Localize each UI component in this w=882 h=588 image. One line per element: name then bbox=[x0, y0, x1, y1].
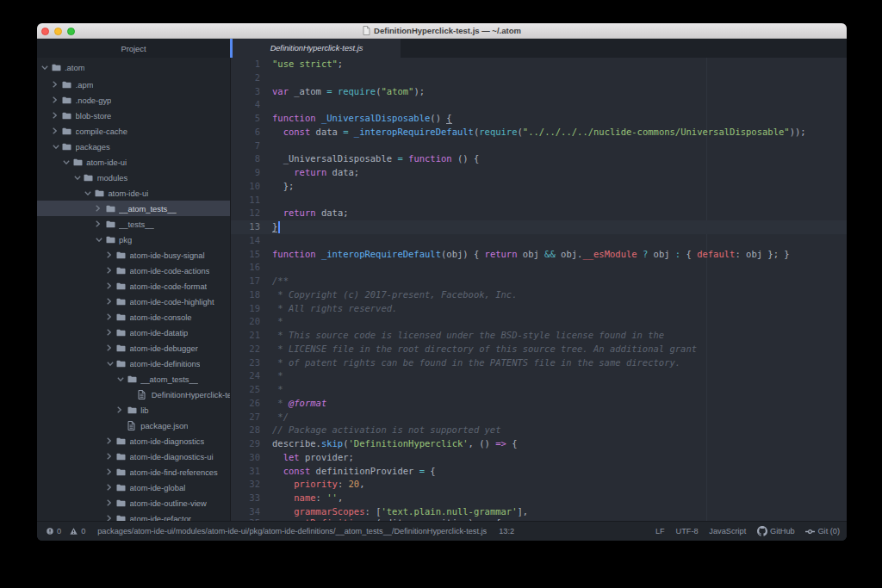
tree-item-pkg[interactable]: pkg bbox=[37, 232, 230, 247]
error-icon[interactable] bbox=[47, 528, 53, 535]
close-button[interactable] bbox=[41, 28, 49, 35]
tree-item-atom-ide-definitions[interactable]: atom-ide-definitions bbox=[37, 356, 230, 371]
warning-count[interactable]: 0 bbox=[81, 527, 85, 535]
chevron-down-icon[interactable] bbox=[63, 160, 70, 164]
cursor-position[interactable]: 13:2 bbox=[499, 527, 514, 535]
chevron-right[interactable] bbox=[107, 468, 117, 475]
tree-item-atom-ide-code-highlight[interactable]: atom-ide-code-highlight bbox=[37, 294, 230, 309]
tree-item-lib[interactable]: lib bbox=[37, 402, 230, 418]
code-line-12[interactable]: 12 return data; bbox=[231, 207, 847, 220]
tree-item--atom-tests-[interactable]: __atom_tests__ bbox=[37, 201, 230, 216]
minimize-button[interactable] bbox=[54, 28, 62, 35]
line-number[interactable]: 6 bbox=[231, 126, 272, 139]
tree-item-package-json[interactable]: package.json bbox=[37, 418, 230, 433]
chevron-down[interactable] bbox=[107, 362, 117, 366]
tree-item-modules[interactable]: modules bbox=[37, 170, 230, 185]
line-number[interactable]: 30 bbox=[231, 451, 272, 465]
line-number[interactable]: 26 bbox=[231, 397, 272, 411]
code-line-3[interactable]: 3var _atom = require("atom"); bbox=[231, 85, 847, 99]
chevron-right-icon[interactable] bbox=[53, 112, 57, 119]
code-line-26[interactable]: 26 * @format bbox=[231, 397, 847, 411]
code-line-7[interactable]: 7 bbox=[231, 139, 847, 153]
code-line-18[interactable]: 18 * Copyright (c) 2017-present, Faceboo… bbox=[231, 288, 847, 302]
code-line-32[interactable]: 32 priority: 20, bbox=[231, 478, 847, 492]
code-line-28[interactable]: 28// Package activation is not supported… bbox=[231, 424, 847, 437]
chevron-right[interactable] bbox=[107, 267, 117, 274]
file-tree[interactable]: .atom.apm.node-gypblob-storecompile-cach… bbox=[37, 58, 230, 521]
code-line-22[interactable]: 22 * LICENSE file in the root directory … bbox=[231, 343, 847, 356]
chevron-right-icon[interactable] bbox=[53, 127, 57, 134]
line-number[interactable]: 22 bbox=[231, 343, 272, 356]
chevron-right[interactable] bbox=[107, 282, 117, 289]
chevron-down-icon[interactable] bbox=[53, 145, 59, 149]
chevron-right-icon[interactable] bbox=[107, 298, 111, 305]
code-line-15[interactable]: 15function _interopRequireDefault(obj) {… bbox=[231, 248, 847, 262]
chevron-right[interactable] bbox=[107, 251, 117, 258]
code-line-35[interactable]: 35 getDefinition: (editor, position) => … bbox=[231, 517, 847, 522]
line-number[interactable]: 17 bbox=[231, 275, 272, 288]
chevron-right-icon[interactable] bbox=[107, 344, 111, 351]
tree-item-atom-ide-ui[interactable]: atom-ide-ui bbox=[37, 185, 230, 201]
line-number[interactable]: 33 bbox=[231, 492, 272, 505]
zoom-button[interactable] bbox=[67, 28, 75, 35]
tree-item-atom-ide-busy-signal[interactable]: atom-ide-busy-signal bbox=[37, 247, 230, 263]
chevron-right[interactable] bbox=[107, 313, 117, 320]
tree-item-atom-ide-ui[interactable]: atom-ide-ui bbox=[37, 154, 230, 170]
code-line-2[interactable]: 2 bbox=[231, 71, 847, 85]
code-line-21[interactable]: 21 * This source code is licensed under … bbox=[231, 329, 847, 343]
chevron-down-icon[interactable] bbox=[84, 191, 91, 195]
code-line-24[interactable]: 24 * bbox=[231, 369, 847, 383]
line-number[interactable]: 27 bbox=[231, 411, 272, 424]
code-line-33[interactable]: 33 name: '', bbox=[231, 492, 847, 505]
chevron-right[interactable] bbox=[107, 329, 117, 336]
code-line-27[interactable]: 27 */ bbox=[231, 411, 847, 424]
tree-item--atom-tests-[interactable]: __atom_tests__ bbox=[37, 371, 230, 387]
chevron-right-icon[interactable] bbox=[107, 515, 111, 521]
chevron-right-icon[interactable] bbox=[107, 282, 111, 289]
tree-item-atom-ide-console[interactable]: atom-ide-console bbox=[37, 309, 230, 325]
line-number[interactable]: 16 bbox=[231, 261, 272, 275]
tree-item-atom-ide-diagnostics-ui[interactable]: atom-ide-diagnostics-ui bbox=[37, 449, 230, 464]
chevron-down[interactable] bbox=[41, 65, 52, 70]
line-number[interactable]: 5 bbox=[231, 112, 272, 126]
code-line-13[interactable]: 13} bbox=[231, 220, 847, 234]
grammar-indicator[interactable]: JavaScript bbox=[709, 527, 746, 535]
line-number[interactable]: 9 bbox=[231, 166, 272, 180]
chevron-down[interactable] bbox=[117, 377, 127, 381]
chevron-right-icon[interactable] bbox=[53, 96, 57, 103]
code-line-19[interactable]: 19 * All rights reserved. bbox=[231, 302, 847, 316]
chevron-right-icon[interactable] bbox=[107, 329, 111, 336]
tree-item-atom-ide-code-format[interactable]: atom-ide-code-format bbox=[37, 278, 230, 294]
code-line-29[interactable]: 29describe.skip('DefinitionHyperclick', … bbox=[231, 437, 847, 451]
chevron-right-icon[interactable] bbox=[107, 453, 111, 460]
code-line-1[interactable]: 1"use strict"; bbox=[231, 58, 847, 71]
chevron-right[interactable] bbox=[53, 96, 63, 103]
line-number[interactable]: 12 bbox=[231, 207, 272, 220]
tree-item-atom-ide-outline-view[interactable]: atom-ide-outline-view bbox=[37, 495, 230, 511]
chevron-right[interactable] bbox=[107, 453, 117, 460]
code-line-31[interactable]: 31 const definitionProvider = { bbox=[231, 465, 847, 479]
line-number[interactable]: 14 bbox=[231, 234, 272, 248]
tree-item-blob-store[interactable]: blob-store bbox=[37, 108, 230, 123]
chevron-right-icon[interactable] bbox=[107, 499, 111, 506]
line-number[interactable]: 35 bbox=[231, 517, 272, 522]
chevron-right[interactable] bbox=[107, 344, 117, 351]
code-line-14[interactable]: 14 bbox=[231, 234, 847, 248]
tree-item-atom-ide-code-actions[interactable]: atom-ide-code-actions bbox=[37, 263, 230, 278]
line-number[interactable]: 4 bbox=[231, 98, 272, 112]
warning-icon[interactable] bbox=[70, 528, 78, 535]
tree-item--atom[interactable]: .atom bbox=[37, 59, 230, 75]
chevron-down[interactable] bbox=[63, 160, 73, 164]
chevron-right[interactable] bbox=[96, 220, 106, 227]
line-number[interactable]: 15 bbox=[231, 248, 272, 262]
chevron-right-icon[interactable] bbox=[53, 81, 57, 88]
chevron-right[interactable] bbox=[117, 406, 127, 413]
tree-item--node-gyp[interactable]: .node-gyp bbox=[37, 92, 230, 108]
line-number[interactable]: 19 bbox=[231, 302, 272, 316]
chevron-right-icon[interactable] bbox=[107, 468, 111, 475]
tree-item-atom-ide-global[interactable]: atom-ide-global bbox=[37, 480, 230, 495]
line-number[interactable]: 1 bbox=[231, 58, 272, 71]
chevron-right-icon[interactable] bbox=[96, 220, 100, 227]
encoding-indicator[interactable]: UTF-8 bbox=[676, 527, 699, 535]
tree-item-atom-ide-debugger[interactable]: atom-ide-debugger bbox=[37, 340, 230, 356]
